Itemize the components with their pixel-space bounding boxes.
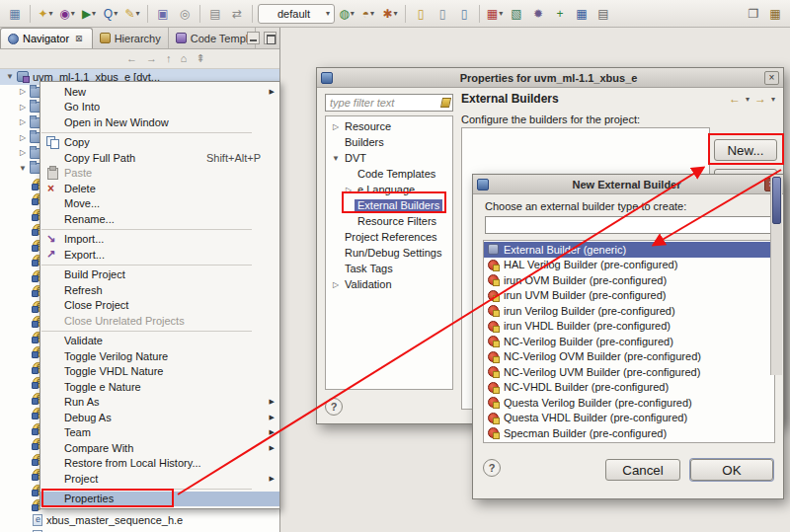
outline-icon[interactable]: ▤ xyxy=(593,4,613,24)
collapse-all-icon[interactable]: ⇞ xyxy=(196,53,204,64)
context-menu-item[interactable]: Toggle VHDL Nature xyxy=(40,364,279,380)
context-menu-item[interactable]: New ▶ xyxy=(40,84,279,100)
toolbar-icon[interactable] xyxy=(615,4,742,24)
properties-tree-item[interactable]: Project References xyxy=(326,229,452,245)
filter-input[interactable] xyxy=(328,96,441,110)
ok-button[interactable]: OK xyxy=(690,459,773,481)
builder-option[interactable]: Specman Builder (pre-configured) xyxy=(484,425,774,441)
expand-arrow-icon[interactable]: ▷ xyxy=(17,148,29,158)
waves-icon[interactable]: ▧ xyxy=(507,4,526,24)
back-dropdown-icon[interactable]: ▾ xyxy=(746,95,750,104)
back-icon[interactable]: ← xyxy=(126,53,137,64)
builder-option[interactable]: Questa VHDL Builder (pre-configured) xyxy=(484,411,774,426)
back-page-icon[interactable]: ← xyxy=(729,92,741,106)
context-menu-item[interactable]: Team ▶ xyxy=(40,425,279,441)
debug-icon[interactable]: ◉ ▾ xyxy=(57,4,77,24)
clear-filter-icon[interactable] xyxy=(440,98,451,108)
save-doc-icon[interactable]: ▯ xyxy=(454,4,474,24)
toolbar-icon[interactable] xyxy=(405,5,406,23)
properties-tree-item[interactable]: ▷ Validation xyxy=(326,276,452,292)
builder-type-input[interactable] xyxy=(485,216,773,234)
search-icon[interactable]: ◎ xyxy=(175,4,195,24)
context-menu-item[interactable]: Compare With ▶ xyxy=(40,440,279,456)
builder-option[interactable]: irun UVM Builder (pre-configured) xyxy=(484,288,774,304)
toolbar-icon[interactable] xyxy=(199,5,200,23)
expand-arrow-icon[interactable]: ▼ xyxy=(330,154,342,163)
properties-tree-item[interactable]: ▷ e Language xyxy=(326,182,452,197)
up-icon[interactable]: ↑ xyxy=(166,53,172,64)
editor-window-icon[interactable]: ❐ xyxy=(744,4,763,24)
expand-arrow-icon[interactable]: ▼ xyxy=(17,164,29,174)
context-menu-item[interactable]: Import... xyxy=(40,232,279,248)
builder-option[interactable]: irun VHDL Builder (pre-configured) xyxy=(484,319,774,335)
globe-icon[interactable]: ◍ ▾ xyxy=(337,4,356,24)
close-icon[interactable]: × xyxy=(764,71,779,85)
navigator-tree-item[interactable] xyxy=(0,528,279,532)
context-menu-item[interactable]: Properties xyxy=(40,492,279,507)
gear-icon[interactable]: ✹ xyxy=(528,4,548,24)
expand-arrow-icon[interactable]: ▷ xyxy=(17,117,29,127)
properties-tree-item[interactable]: Builders xyxy=(326,134,452,150)
tab-code-templates[interactable]: Code Templ xyxy=(169,28,257,48)
properties-tree-item[interactable]: External Builders xyxy=(326,197,452,213)
scrollbar-thumb[interactable] xyxy=(772,177,781,224)
filter-icon[interactable]: ✱ ▾ xyxy=(380,4,400,24)
forward-icon[interactable]: → xyxy=(146,53,157,64)
context-menu-item[interactable]: Toggle e Nature xyxy=(40,379,279,395)
open-perspective-icon[interactable]: ▦ xyxy=(5,4,25,24)
builder-option[interactable]: NC-VHDL Builder (pre-configured) xyxy=(484,380,774,396)
builder-option[interactable]: HAL Verilog Builder (pre-configured) xyxy=(484,258,774,273)
toolbar-icon[interactable] xyxy=(30,5,31,23)
builder-dialog-titlebar[interactable]: New External Builder × xyxy=(473,175,783,194)
schematic-icon[interactable]: ▦ xyxy=(572,4,592,24)
build-icon[interactable]: ▣ xyxy=(153,4,173,24)
context-menu-item[interactable]: Toggle Verilog Nature xyxy=(40,348,279,364)
properties-tree-item[interactable]: Run/Debug Settings xyxy=(326,245,452,261)
expand-arrow-icon[interactable]: ▼ xyxy=(4,72,16,82)
builder-option[interactable]: NC-Verilog UVM Builder (pre-configured) xyxy=(484,364,774,380)
properties-dialog-titlebar[interactable]: Properties for uvm_ml-1.1_xbus_e × xyxy=(317,68,783,88)
perspective-switch-icon[interactable]: ▦ xyxy=(765,4,785,24)
properties-tree-item[interactable]: Resource Filters xyxy=(326,213,452,229)
toolbar-icon[interactable] xyxy=(147,5,148,23)
expand-arrow-icon[interactable]: ▷ xyxy=(17,87,29,97)
context-menu-item[interactable]: Go Into xyxy=(40,100,279,115)
builder-option[interactable]: Questa Verilog Builder (pre-configured) xyxy=(484,395,774,411)
properties-tree-item[interactable]: ▼ DVT xyxy=(326,150,452,166)
code-gen-icon[interactable]: ✎ ▾ xyxy=(122,4,142,24)
properties-tree-item[interactable]: ▷ Resource xyxy=(326,118,452,134)
context-menu-item[interactable]: Restore from Local History... xyxy=(40,456,279,472)
context-menu-item[interactable]: Open in New Window xyxy=(40,114,279,130)
builder-option[interactable]: External Builder (generic) xyxy=(484,242,774,258)
context-menu-item[interactable]: Close Project xyxy=(40,298,279,314)
new-doc-icon[interactable]: ▯ xyxy=(411,4,431,24)
builder-option[interactable]: NC-Verilog Builder (pre-configured) xyxy=(484,334,774,349)
context-menu-item[interactable]: Rename... xyxy=(40,211,279,227)
context-menu-item[interactable]: Close Unrelated Projects xyxy=(40,313,279,329)
toolbar-icon[interactable] xyxy=(479,5,480,23)
maximize-icon[interactable] xyxy=(264,32,276,44)
properties-tree-item[interactable]: Code Templates xyxy=(326,166,452,182)
context-menu-item[interactable]: Project ▶ xyxy=(40,471,279,487)
cancel-button[interactable]: Cancel xyxy=(605,459,680,481)
properties-tree-item[interactable]: Task Tags xyxy=(326,261,452,276)
context-menu-item[interactable]: Build Project xyxy=(40,267,279,283)
expand-arrow-icon[interactable]: ▷ xyxy=(17,103,29,113)
expand-arrow-icon[interactable]: ▷ xyxy=(330,280,342,289)
new-wizard-icon[interactable]: ✦ ▾ xyxy=(36,4,55,24)
context-menu-item[interactable]: Delete xyxy=(40,181,279,196)
expand-arrow-icon[interactable]: ▷ xyxy=(343,186,355,194)
expand-arrow-icon[interactable]: ▷ xyxy=(17,133,29,143)
link-editor-icon[interactable]: ⇄ xyxy=(227,4,247,24)
navigator-tree-item[interactable]: xbus_master_sequence_h.e xyxy=(0,513,279,529)
context-menu-item[interactable]: Copy Full Path Shift+Alt+P xyxy=(40,150,279,166)
external-tools-icon[interactable]: Q ▾ xyxy=(101,4,120,24)
launch-config-select[interactable]: default ▾ xyxy=(258,4,335,24)
run-icon[interactable]: ▶ ▾ xyxy=(79,4,99,24)
help-button[interactable]: ? xyxy=(325,398,343,416)
tab-hierarchy[interactable]: Hierarchy xyxy=(93,28,169,48)
home-icon[interactable]: ⌂ xyxy=(181,53,188,64)
forward-dropdown-icon[interactable]: ▾ xyxy=(771,95,775,104)
help-button[interactable]: ? xyxy=(483,459,501,477)
context-menu-item[interactable]: Run As ▶ xyxy=(40,395,279,411)
